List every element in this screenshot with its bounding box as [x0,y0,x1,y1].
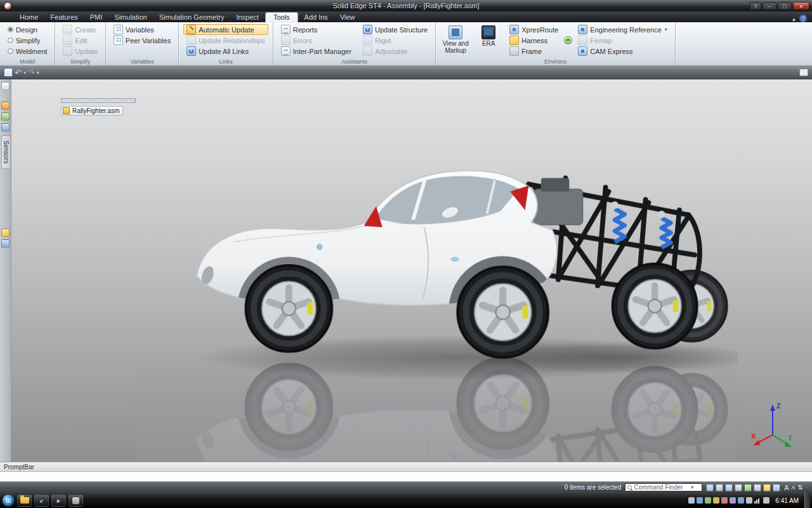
minimize-ribbon-icon[interactable]: ▴ [792,15,796,22]
view-styles-icon[interactable] [773,484,780,491]
rigid-icon [363,36,372,45]
library-tab-icon[interactable] [1,102,10,110]
volume-icon[interactable] [763,497,769,504]
tab-inspect[interactable]: Inspect [230,12,264,22]
ribbon-item-harness[interactable]: Harness [506,35,561,46]
ribbon-item-update-relationships[interactable]: Update Relationships [183,35,268,46]
font-decrease-button[interactable]: A [792,485,796,491]
ribbon-item-automatic-update[interactable]: Automatic Update [183,24,268,35]
minimize-button[interactable]: – [763,2,776,10]
tray-icon-1[interactable] [688,497,695,504]
ribbon-tab-row: Home Features PMI Simulation Simulation … [0,11,812,22]
ribbon-item-view-and-markup[interactable]: View and Markup [440,24,471,55]
ribbon-item-frame[interactable]: Frame [506,46,561,57]
tray-icon-3[interactable] [705,497,711,504]
refresh-environs-icon[interactable] [564,36,572,44]
undo-icon[interactable]: ↶ [15,69,22,77]
tab-pmi[interactable]: PMI [84,12,108,22]
viewport-3d[interactable]: RallyFighter.asm [11,79,812,462]
pan-icon[interactable] [716,484,723,491]
ribbon-item-update-all-links[interactable]: Update All Links [183,46,268,57]
font-increase-button[interactable]: A [784,484,789,491]
ribbon-item-simplify[interactable]: Simplify [4,35,50,46]
tray-icon-2[interactable] [697,497,703,504]
ribbon-item-edit[interactable]: Edit [60,35,100,46]
drag-handle[interactable] [61,98,136,103]
sensors-tab[interactable]: Sensors [1,135,10,169]
tray-icon-6[interactable] [730,497,736,504]
ribbon-item-design[interactable]: Design [4,24,50,35]
command-finder-caret-icon[interactable]: ▾ [691,485,693,490]
tab-tools[interactable]: Tools [265,12,298,22]
scroll-updown-icon[interactable]: ⇅ [798,484,803,491]
tab-simulation-geometry[interactable]: Simulation Geometry [154,12,230,22]
item-label: Create [75,26,96,34]
layers-tab-icon[interactable] [1,112,10,121]
item-label: Update Structure [375,26,428,34]
tray-icon-5[interactable] [721,497,728,504]
car-3d-model[interactable] [135,79,738,462]
document-icon[interactable] [4,68,13,77]
named-views-icon[interactable] [763,484,771,491]
start-button[interactable]: ⊞ [2,494,15,507]
edit-icon [63,36,72,45]
tab-simulation[interactable]: Simulation [108,12,152,22]
alternate-assemblies-icon[interactable] [1,239,10,248]
tray-icon-4[interactable] [713,497,719,504]
tab-view[interactable]: View [334,12,361,22]
taskbar-clock[interactable]: 6:41 AM [771,497,802,504]
ribbon-item-era[interactable]: ERA [473,24,504,49]
ribbon-item-engineering-reference[interactable]: Engineering Reference ▾ [575,24,671,35]
selection-tab-icon[interactable] [1,123,10,131]
ribbon-item-update[interactable]: Update [60,46,100,57]
ribbon-item-reports[interactable]: Reports [278,24,355,35]
help-button[interactable]: ? [750,2,761,10]
network-icon[interactable] [754,497,761,504]
maximize-button[interactable]: □ [778,2,792,10]
ribbon-item-update-structure[interactable]: Update Structure [360,24,431,35]
ribbon-item-adjustable[interactable]: Adjustable [360,46,431,57]
close-button[interactable]: × [793,2,809,10]
zoom-area-icon[interactable] [725,484,733,491]
redo-dropdown-icon[interactable]: ▾ [37,70,39,76]
tree-root-item[interactable]: RallyFighter.asm [61,106,123,116]
ribbon-item-weldment[interactable]: Weldment [4,46,50,57]
tab-features[interactable]: Features [44,12,83,22]
show-desktop-button[interactable] [804,493,810,508]
item-label: Peer Variables [126,37,171,44]
statusbar-caret-icon[interactable]: ▾ [806,485,809,490]
undo-dropdown-icon[interactable]: ▾ [23,70,26,76]
family-of-assemblies-icon[interactable] [1,229,10,237]
pathfinder-tab-icon[interactable] [1,82,10,90]
taskbar-media-button[interactable]: ▸ [51,495,66,507]
rotate-icon[interactable] [754,484,761,491]
zoom-icon[interactable] [735,484,742,491]
fit-icon[interactable] [744,484,752,491]
ribbon-item-errors[interactable]: Errors [278,35,355,46]
ribbon-item-cam-express[interactable]: CAM Express [575,46,671,57]
app-logo-icon[interactable] [4,2,12,10]
tab-add-ins[interactable]: Add Ins [299,12,334,22]
taskbar-explorer-button[interactable] [17,495,32,507]
command-finder[interactable]: ▾ [625,483,702,491]
taskbar-app-button[interactable] [69,495,83,507]
prompt-input-area[interactable] [0,472,812,482]
ribbon-item-inter-part-manager[interactable]: Inter-Part Manager [278,46,355,57]
ribbon-item-rigid[interactable]: Rigid [360,35,431,46]
taskbar-browser-button[interactable]: e [34,495,49,507]
tab-home[interactable]: Home [14,12,44,22]
command-finder-input[interactable] [634,484,688,491]
ribbon-item-create[interactable]: Create [60,24,100,35]
tray-icon-7[interactable] [738,497,744,504]
ribbon-item-peer-variables[interactable]: Peer Variables [110,35,174,46]
select-tool-icon[interactable] [706,484,714,491]
ribbon-item-femap[interactable]: Femap [575,35,671,46]
ribbon-item-variables[interactable]: Variables [110,24,174,35]
redo-icon[interactable]: ↷ [28,69,35,77]
ribbon-help-icon[interactable]: ? [799,15,807,22]
assembly-icon [63,107,70,114]
item-label: XpresRoute [521,26,558,34]
tray-icon-8[interactable] [746,497,752,504]
ribbon: Design Simplify Weldment Model Create Ed… [0,22,812,66]
ribbon-item-xpresroute[interactable]: XpresRoute [506,24,561,35]
